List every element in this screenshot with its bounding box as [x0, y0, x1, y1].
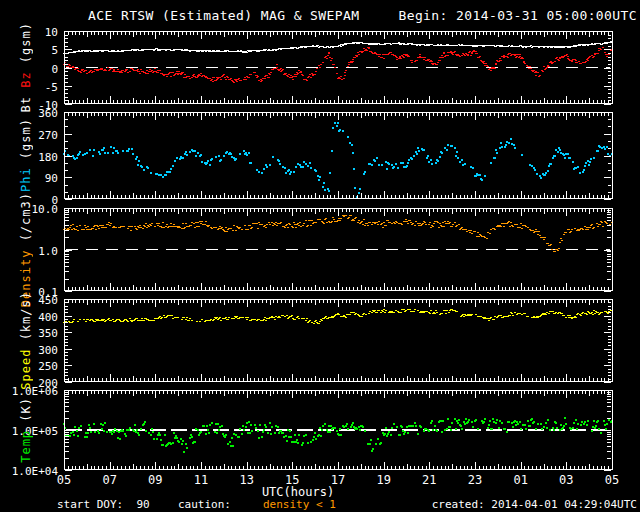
- temp-axis-label-part: Temp: [19, 430, 33, 463]
- temp-panel: 1.0E+061.0E+051.0E+04: [0, 390, 640, 472]
- x-tick-label-13: 13: [239, 473, 253, 487]
- density-axis-label-part: (/cm3): [19, 192, 33, 250]
- temp-series-temp: [63, 417, 613, 453]
- begin-timestamp: Begin: 2014-03-31 05:00:00UTC: [398, 8, 637, 23]
- x-axis-title: UTC(hours): [262, 485, 334, 499]
- caution-label: caution:: [178, 498, 231, 511]
- phi-axis-label: Phi (gsm): [4, 112, 48, 199]
- mag-axis-label-part: Bt: [19, 88, 33, 113]
- x-tick-label-05: 05: [605, 473, 619, 487]
- x-tick-label-19: 19: [376, 473, 390, 487]
- created-timestamp: created: 2014-04-01 04:29:04UTC: [432, 498, 637, 511]
- mag-axis-label-part: (gsm): [19, 22, 33, 71]
- density-series-density: [63, 215, 613, 253]
- x-tick-label-05: 05: [57, 473, 71, 487]
- x-tick-label-07: 07: [102, 473, 116, 487]
- start-doy-label: start DOY: 90: [57, 498, 150, 511]
- mag-panel: 1050-5-10: [0, 31, 640, 106]
- phi-axis-label-part: (gsm): [19, 118, 33, 167]
- speed-series-speed: [63, 309, 612, 325]
- x-tick-label-09: 09: [148, 473, 162, 487]
- speed-panel: 450400350300250200: [0, 299, 640, 384]
- speed-axis-label-part: (km/s): [19, 291, 33, 349]
- density-panel: 10.01.00.1: [0, 208, 640, 293]
- temp-axis-label: Temp (K): [4, 390, 48, 470]
- mag-ytick-label: 5: [51, 44, 58, 57]
- footer: start DOY: 90 caution: density < 1 creat…: [0, 498, 640, 512]
- phi-axis-label-part: Phi: [19, 168, 33, 193]
- x-tick-label-23: 23: [468, 473, 482, 487]
- mag-axis-label-part: Bz: [19, 72, 33, 88]
- caution-value: density < 1: [263, 498, 336, 511]
- plot-title: ACE RTSW (Estimated) MAG & SWEPAM: [88, 8, 359, 23]
- x-tick-label-21: 21: [422, 473, 436, 487]
- x-tick-label-11: 11: [194, 473, 208, 487]
- x-tick-label-03: 03: [559, 473, 573, 487]
- speed-axis-label-part: Speed: [19, 349, 33, 390]
- temp-axis-label-part: (K): [19, 397, 33, 430]
- density-axis-label: Density (/cm3): [4, 208, 48, 291]
- x-tick-label-01: 01: [513, 473, 527, 487]
- phi-series-phi: [63, 122, 613, 199]
- phi-panel: 360270180900: [0, 112, 640, 201]
- mag-ytick-label: 0: [51, 63, 58, 76]
- ace-rtsw-plot: ACE RTSW (Estimated) MAG & SWEPAM Begin:…: [0, 0, 640, 512]
- speed-axis-label: Speed (km/s): [4, 299, 48, 382]
- mag-axis-label: Bt Bz (gsm): [4, 31, 48, 104]
- mag-series-bt: [63, 41, 612, 54]
- mag-series-bz: [63, 47, 612, 83]
